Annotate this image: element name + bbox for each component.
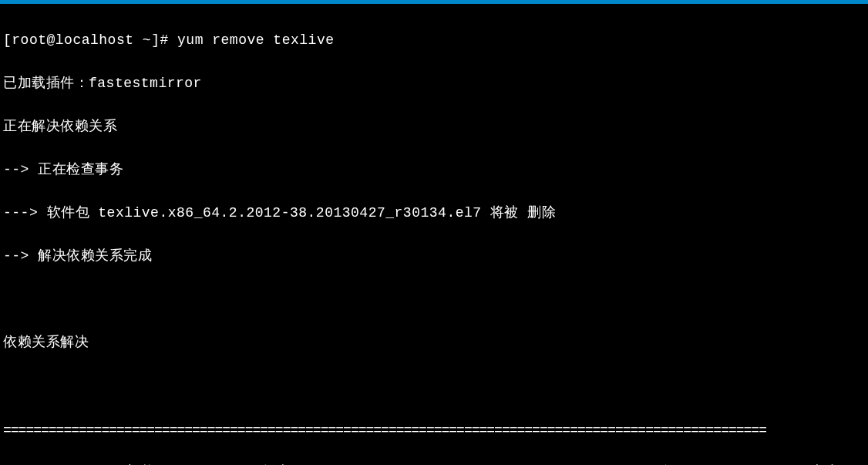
header-version: 版本: [261, 462, 664, 465]
output-line: 依赖关系解决: [3, 332, 866, 353]
command-text: yum remove texlive: [177, 32, 334, 48]
header-arch: 架构: [126, 462, 261, 465]
output-line: [3, 376, 866, 396]
table-header: Package架构版本源大小: [3, 462, 866, 465]
output-line: --> 解决依赖关系完成: [3, 246, 866, 267]
output-line: [3, 289, 866, 310]
divider-line: ========================================…: [3, 420, 866, 441]
output-line: 正在解决依赖关系: [3, 116, 866, 137]
output-line: --> 正在检查事务: [3, 160, 866, 180]
shell-prompt: [root@localhost ~]#: [3, 32, 177, 48]
output-line: 已加载插件：fastestmirror: [3, 73, 866, 94]
header-size: 大小: [777, 462, 839, 465]
header-repo: 源: [664, 462, 777, 465]
header-package: Package: [3, 462, 126, 465]
output-line: ---> 软件包 texlive.x86_64.2.2012-38.201304…: [3, 203, 866, 224]
terminal-output[interactable]: [root@localhost ~]# yum remove texlive 已…: [2, 5, 866, 465]
